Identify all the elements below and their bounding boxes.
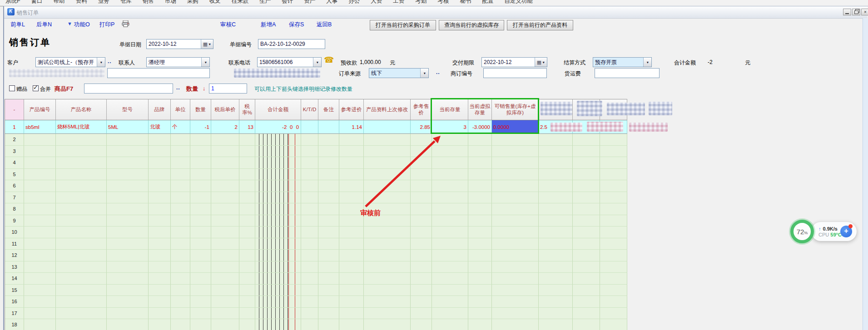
doc-no-input[interactable]: BA-22-10-12-0029 [258,39,325,49]
print-link[interactable]: 打印P [99,21,114,29]
product-search-input[interactable] [84,84,173,94]
table-row[interactable]: 11 [5,238,627,250]
qty-input[interactable]: 1 [209,84,247,94]
minimize-button[interactable] [843,9,851,15]
col-header-product-name[interactable]: 产品名称 [56,99,107,120]
open-purchase-order-button[interactable]: 打开当前行的采购订单 [370,20,436,30]
menu-item[interactable]: 资产 [298,0,321,5]
table-row[interactable]: 7 [5,192,627,204]
doc-date-input[interactable]: 2022-10-12 [146,39,213,49]
menu-item[interactable]: 配置 [476,0,499,5]
phone-combo[interactable]: 15806561006 [257,57,322,67]
chevron-down-icon[interactable] [201,58,209,67]
col-header-tax-rate[interactable]: 税率% [239,99,255,120]
menu-item[interactable]: 工资 [387,0,410,5]
menu-item[interactable]: 往来款 [226,0,254,5]
table-row[interactable]: 4 [5,157,627,169]
col-header-amount[interactable]: 合计金额 [255,99,301,120]
table-row[interactable]: 8 [5,203,627,215]
menu-item[interactable]: 业务 [93,0,115,5]
col-header-qty[interactable]: 数量 [190,99,211,120]
col-header-price[interactable]: 税后单价 [211,99,239,120]
col-header-note[interactable]: 备注 [318,99,339,120]
menu-item[interactable]: 办公 [343,0,365,5]
menu-item[interactable]: 销售 [137,0,159,5]
menu-item[interactable]: 生产 [254,0,276,5]
menu-item[interactable]: 自定义功能 [499,0,538,5]
menu-item[interactable]: 资料 [70,0,93,5]
next-doc-link[interactable]: 后单N [36,21,52,29]
table-row[interactable]: 10 [5,227,627,238]
table-row[interactable]: 5 [5,169,627,181]
printer-icon[interactable] [122,20,129,29]
col-header-model[interactable]: 型号 [107,99,149,120]
chevron-down-icon[interactable] [643,58,651,67]
menu-item[interactable]: 市场 [159,0,182,5]
table-row[interactable]: 13 [5,261,627,273]
col-header-virtual-stock[interactable]: 当前虚拟存量 [468,99,492,120]
calendar-dropdown-icon[interactable] [535,58,547,67]
gift-checkbox[interactable] [9,85,15,91]
col-header-product-code[interactable]: 产品编号 [24,99,56,120]
menu-item[interactable]: 窗口 [26,0,48,5]
col-header-ktd[interactable]: K/T/D [301,99,318,120]
menu-item[interactable]: 系统F [0,0,26,5]
customer-combo[interactable]: 测试公司线上-（预存开 [35,57,105,67]
customer-lookup-dots[interactable]: .. [108,58,112,64]
col-header-dash[interactable]: - [5,99,24,120]
settlement-combo[interactable]: 预存开票 [593,57,652,67]
menu-item[interactable]: 人资 [365,0,387,5]
telephone-icon[interactable]: ☎ [324,55,334,65]
add-link[interactable]: 新增A [261,21,276,29]
menu-item[interactable]: 采购 [182,0,204,5]
function-link[interactable]: 功能O [74,21,90,29]
table-row[interactable]: 14 [5,273,627,285]
delivery-date-input[interactable]: 2022-10-12 [481,57,547,67]
query-virtual-stock-button[interactable]: 查询当前行的虚拟库存 [439,20,504,30]
restore-button[interactable] [852,9,860,15]
calendar-dropdown-icon[interactable] [201,39,213,49]
open-product-info-button[interactable]: 打开当前行的产品资料 [507,20,573,30]
menu-item[interactable]: 考勤 [410,0,432,5]
menu-item[interactable]: 秘书 [454,0,476,5]
menu-item[interactable]: 收支 [204,0,226,5]
table-row[interactable]: 17 [5,308,627,320]
merchant-no-input[interactable] [483,68,547,78]
chevron-down-icon[interactable] [97,58,105,67]
col-header-unit[interactable]: 单位 [171,99,190,120]
return-link[interactable]: 返回B [317,21,332,29]
save-link[interactable]: 保存S [289,21,304,29]
table-row[interactable]: 2 [5,134,627,146]
table-row-1[interactable]: 1 sb5ml 烧杯5ML|北玻 5ML 北玻 个 -1 2 13 -200 1… [5,120,627,134]
secondary-customer-field[interactable] [107,68,210,78]
menu-item[interactable]: 人事 [321,0,343,5]
table-row[interactable]: 9 [5,215,627,227]
freight-input[interactable] [595,68,660,78]
col-header-ref-sell[interactable]: 参考售价 [411,99,432,120]
col-header-last-modified[interactable]: 产品资料上次修改 [364,99,411,120]
table-row[interactable]: 6 [5,180,627,192]
menu-item[interactable]: 考核 [432,0,454,5]
menu-item[interactable]: 仓库 [115,0,137,5]
table-row[interactable]: 12 [5,250,627,261]
menu-item[interactable]: 会计 [276,0,298,5]
product-lookup-dots[interactable]: .. [176,84,180,91]
order-source-combo[interactable]: 线下 [369,68,429,78]
chevron-down-icon[interactable] [420,69,428,78]
table-row[interactable]: 3 [5,146,627,158]
prev-doc-link[interactable]: 前单L [10,21,25,29]
memory-percent-ball[interactable]: 72% [790,220,814,243]
source-lookup-dots[interactable]: .. [436,69,440,75]
table-row[interactable]: 18 [5,319,627,330]
col-header-ref-purchase[interactable]: 参考进价 [339,99,364,120]
row1-sellable-selected-cell[interactable]: 0.0000 [492,120,539,134]
audit-link[interactable]: 审核C [220,21,236,29]
merge-checkbox[interactable] [33,85,39,91]
table-row[interactable]: 16 [5,296,627,308]
col-header-brand[interactable]: 品牌 [149,99,171,120]
menu-item[interactable]: 帮助 [48,0,70,5]
col-header-stock[interactable]: 当前存量 [432,99,468,120]
chevron-down-icon[interactable] [313,58,321,67]
col-header-sellable[interactable]: 可销售量(库存+虚拟库存) [492,99,539,120]
contact-combo[interactable]: 潘经理 [146,57,210,67]
